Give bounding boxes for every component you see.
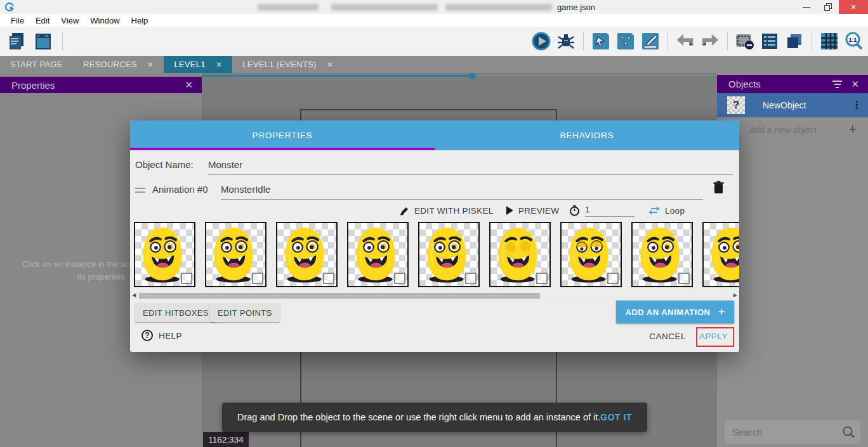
animation-frame[interactable]	[134, 222, 195, 287]
close-button[interactable]: ✕	[839, 0, 868, 14]
selection-handle[interactable]	[469, 73, 476, 79]
properties-panel-title: Properties	[11, 80, 185, 91]
editor-tab-label: RESOURCES	[83, 60, 137, 69]
object-list-item[interactable]: ? NewObject ⋮	[717, 93, 868, 117]
add-object-label: Add a new object	[749, 117, 817, 143]
add-multiple-objects-icon[interactable]	[615, 31, 636, 51]
project-manager-icon[interactable]	[6, 31, 27, 51]
preview-button[interactable]: PREVIEW	[506, 204, 559, 217]
timer-icon	[569, 205, 580, 216]
plus-icon[interactable]: +	[848, 117, 857, 141]
menu-bar: FileEditViewWindowHelp	[0, 14, 868, 27]
animation-frame[interactable]	[631, 222, 693, 287]
animation-frame[interactable]	[489, 222, 551, 287]
editor-tab[interactable]: LEVEL1 (EVENTS) ✕	[232, 56, 343, 73]
menu-item[interactable]: Help	[126, 16, 154, 25]
frame-corner-handle	[181, 273, 192, 284]
dialog-tab-bar: PROPERTIES BEHAVIORS	[130, 120, 739, 150]
search-icon	[842, 425, 855, 441]
menu-item[interactable]: Window	[84, 16, 125, 25]
debugger-bug-icon[interactable]	[556, 31, 576, 51]
objects-panel: Objects ✕ ? NewObject ⋮ Add a new object…	[717, 73, 868, 447]
filter-icon[interactable]	[832, 81, 842, 88]
toolbar-separator	[667, 32, 668, 51]
close-panel-icon[interactable]: ✕	[851, 79, 859, 90]
redo-icon[interactable]	[700, 31, 720, 51]
tab-behaviors[interactable]: BEHAVIORS	[435, 120, 739, 150]
animation-frame[interactable]	[418, 222, 480, 287]
editor-tab-label: LEVEL1 (EVENTS)	[242, 60, 317, 69]
menu-item[interactable]: View	[55, 16, 84, 25]
editor-tab[interactable]: RESOURCES ✕	[73, 56, 164, 73]
mask-icon[interactable]	[735, 31, 755, 51]
tab-close-icon[interactable]: ✕	[216, 60, 222, 69]
editor-tab[interactable]: START PAGE ✕	[0, 56, 73, 73]
editor-tab-bar: START PAGE ✕ RESOURCES ✕ LEVEL1 ✕ LEVEL1…	[0, 56, 868, 73]
object-name-field[interactable]: Monster	[208, 159, 242, 170]
redacted-title-text	[445, 4, 552, 11]
got-it-button[interactable]: GOT IT	[600, 412, 632, 422]
plus-icon: +	[718, 305, 725, 319]
loop-toggle[interactable]: Loop	[648, 204, 685, 217]
apply-highlight-annotation	[696, 327, 734, 347]
editor-tab-label: LEVEL1	[174, 60, 206, 69]
field-underline	[221, 199, 703, 200]
gdevelop-logo-icon	[4, 2, 15, 15]
time-between-frames-field[interactable]: 1	[569, 204, 635, 217]
frame-corner-handle	[252, 273, 263, 284]
toolbar-separator	[62, 32, 63, 51]
add-object-icon[interactable]	[591, 31, 611, 51]
scrollbar-thumb[interactable]	[139, 293, 540, 299]
selection-edge-dotted-line	[478, 75, 717, 76]
search-input[interactable]	[725, 420, 860, 444]
animation-label: Animation #0	[152, 184, 208, 195]
animation-name-field[interactable]: MonsterIdle	[221, 184, 270, 195]
object-editor-dialog: PROPERTIES BEHAVIORS Object Name: Monste…	[130, 120, 739, 352]
preview-play-icon[interactable]	[531, 31, 551, 51]
grid-icon[interactable]	[819, 31, 839, 51]
tab-close-icon[interactable]: ✕	[147, 60, 154, 69]
cursor-coordinates-badge: 1162;334	[203, 432, 249, 447]
edit-points-button[interactable]: EDIT POINTS	[210, 303, 280, 322]
frames-scrollbar[interactable]: ◀ ▶	[130, 292, 739, 300]
animation-frame[interactable]	[276, 222, 338, 287]
menu-item[interactable]: File	[5, 16, 30, 25]
editor-tab[interactable]: LEVEL1 ✕	[164, 56, 232, 73]
animation-frame[interactable]	[347, 222, 409, 287]
loop-icon	[648, 205, 660, 216]
tab-close-icon[interactable]: ✕	[327, 60, 333, 69]
menu-item[interactable]: Edit	[30, 16, 55, 25]
edit-hitboxes-button[interactable]: EDIT HITBOXES	[135, 303, 216, 322]
toolbar-separator	[583, 32, 584, 51]
zoom-1-1-icon[interactable]: 1:1	[844, 31, 864, 51]
instances-list-icon[interactable]	[760, 31, 780, 51]
tab-properties[interactable]: PROPERTIES	[130, 120, 435, 150]
selection-edge-line	[202, 75, 469, 77]
layers-icon[interactable]	[784, 31, 805, 51]
cancel-button[interactable]: CANCEL	[649, 332, 686, 341]
scroll-right-icon[interactable]: ▶	[733, 292, 737, 298]
close-panel-icon[interactable]: ✕	[185, 79, 193, 91]
frame-corner-handle	[323, 273, 334, 284]
restore-button[interactable]	[817, 0, 839, 14]
object-menu-icon[interactable]: ⋮	[852, 93, 862, 117]
frame-corner-handle	[536, 273, 548, 284]
scroll-left-icon[interactable]: ◀	[132, 292, 136, 298]
play-icon	[506, 206, 513, 215]
start-page-icon[interactable]	[33, 31, 53, 51]
add-object-row[interactable]: Add a new object +	[717, 117, 868, 143]
delete-animation-icon[interactable]	[713, 181, 724, 197]
animation-frame[interactable]	[702, 222, 739, 287]
drag-handle-icon[interactable]	[135, 188, 145, 195]
edit-with-piskel-button[interactable]: EDIT WITH PISKEL	[400, 204, 494, 217]
pencil-icon	[400, 206, 409, 216]
add-animation-button[interactable]: ADD AN ANIMATION +	[616, 301, 734, 323]
undo-icon[interactable]	[675, 31, 695, 51]
help-button[interactable]: ? HELP	[141, 330, 182, 341]
frame-corner-handle	[607, 273, 619, 284]
minimize-button[interactable]: —	[796, 0, 817, 14]
edit-scene-icon[interactable]	[640, 31, 661, 51]
object-name-label: NewObject	[763, 93, 806, 117]
animation-frame[interactable]	[205, 222, 266, 287]
animation-frame[interactable]	[560, 222, 622, 287]
